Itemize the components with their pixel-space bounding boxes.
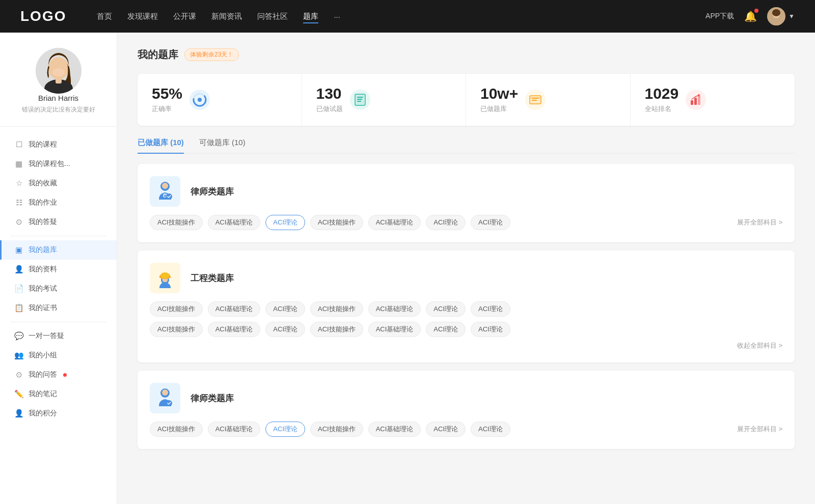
tag-item[interactable]: ACI理论 xyxy=(426,322,466,337)
nav-home[interactable]: 首页 xyxy=(97,10,112,23)
menu-my-qbank[interactable]: ▣ 我的题库 xyxy=(0,240,117,260)
packages-icon: ▦ xyxy=(14,159,23,169)
done-b-icon xyxy=(525,90,546,110)
tag-item[interactable]: ACI技能操作 xyxy=(310,422,363,437)
trial-badge: 体验剩余23天！ xyxy=(184,48,239,61)
tag-item[interactable]: ACI理论 xyxy=(471,301,510,317)
stat-done-banks: 10w+ 已做题库 xyxy=(466,74,631,126)
done-q-value: 130 xyxy=(316,86,343,101)
tag-item[interactable]: ACI技能操作 xyxy=(310,322,363,337)
menu-my-group[interactable]: 👥 我的小组 xyxy=(0,346,117,365)
tag-item[interactable]: ACI基础理论 xyxy=(368,215,421,230)
tag-item[interactable]: ACI理论 xyxy=(426,301,466,317)
menu-my-courses[interactable]: ☐ 我的课程 xyxy=(0,135,117,154)
tag-item[interactable]: ACI技能操作 xyxy=(310,301,363,317)
tag-item-active[interactable]: ACI理论 xyxy=(265,215,305,230)
tag-item-active[interactable]: ACI理论 xyxy=(265,422,305,437)
qbank-tags-lawyer2: ACI技能操作 ACI基础理论 ACI理论 ACI技能操作 ACI基础理论 AC… xyxy=(150,422,782,437)
tag-item[interactable]: ACI基础理论 xyxy=(208,301,261,317)
nav-qbank[interactable]: 题库 xyxy=(303,10,318,23)
homework-icon: ☷ xyxy=(14,198,23,207)
menu-course-packages[interactable]: ▦ 我的课程包... xyxy=(0,154,117,174)
menu-my-notes[interactable]: ✏️ 我的笔记 xyxy=(0,384,117,404)
qbank-icon-engineer xyxy=(150,263,180,293)
profile-motto: 错误的决定比没有决定要好 xyxy=(22,105,95,114)
rank-value: 1029 xyxy=(645,86,679,101)
notification-icon[interactable]: 🔔 xyxy=(744,10,757,22)
stat-site-rank: 1029 全站排名 xyxy=(631,74,795,126)
qbank-tags-engineer-row1: ACI技能操作 ACI基础理论 ACI理论 ACI技能操作 ACI基础理论 AC… xyxy=(150,301,782,317)
menu-homework[interactable]: ☷ 我的作业 xyxy=(0,193,117,212)
logo[interactable]: LOGO xyxy=(20,8,66,24)
nav-more[interactable]: ··· xyxy=(334,10,340,23)
header-right: APP下载 🔔 ▼ xyxy=(705,7,795,25)
svg-rect-16 xyxy=(357,101,361,102)
tag-item[interactable]: ACI理论 xyxy=(426,215,466,230)
tag-item[interactable]: ACI基础理论 xyxy=(208,422,261,437)
qbank-tags-lawyer1: ACI技能操作 ACI基础理论 ACI理论 ACI技能操作 ACI基础理论 AC… xyxy=(150,215,782,230)
collapse-link-engineer[interactable]: 收起全部科目 > xyxy=(150,341,782,350)
rank-icon xyxy=(686,90,706,110)
svg-rect-23 xyxy=(694,98,697,105)
user-avatar-container[interactable]: ▼ xyxy=(767,7,795,25)
expand-link-lawyer1[interactable]: 展开全部科目 > xyxy=(737,218,782,227)
main-layout: Brian Harris 错误的决定比没有决定要好 ☐ 我的课程 ▦ 我的课程包… xyxy=(0,33,815,504)
accuracy-label: 正确率 xyxy=(152,104,182,114)
avatar-dropdown-arrow: ▼ xyxy=(789,13,795,20)
tag-item[interactable]: ACI理论 xyxy=(265,322,305,337)
done-b-label: 已做题库 xyxy=(480,104,518,114)
qa-icon: ⊙ xyxy=(14,217,23,227)
tag-item[interactable]: ACI技能操作 xyxy=(150,322,203,337)
menu-my-qa[interactable]: ⊙ 我的答疑 xyxy=(0,212,117,232)
tag-item[interactable]: ACI技能操作 xyxy=(310,215,363,230)
profile-name: Brian Harris xyxy=(38,94,78,102)
tag-item[interactable]: ACI理论 xyxy=(265,301,305,317)
menu-my-profile[interactable]: 👤 我的资料 xyxy=(0,260,117,279)
tag-item[interactable]: ACI技能操作 xyxy=(150,301,203,317)
qbank-card-lawyer2: 律师类题库 ACI技能操作 ACI基础理论 ACI理论 ACI技能操作 ACI基… xyxy=(138,371,795,449)
menu-my-questions[interactable]: ⊙ 我的问答 xyxy=(0,365,117,384)
tag-item[interactable]: ACI理论 xyxy=(426,422,466,437)
expand-link-lawyer2[interactable]: 展开全部科目 > xyxy=(737,425,782,434)
accuracy-icon xyxy=(189,90,210,110)
stat-done-questions: 130 已做试题 xyxy=(302,74,467,126)
nav-opencourse[interactable]: 公开课 xyxy=(173,10,196,23)
menu-divider-2 xyxy=(10,322,106,322)
header: LOGO 首页 发现课程 公开课 新闻资讯 问答社区 题库 ··· APP下载 … xyxy=(0,0,815,33)
menu-favorites[interactable]: ☆ 我的收藏 xyxy=(0,174,117,193)
sidebar-menu: ☐ 我的课程 ▦ 我的课程包... ☆ 我的收藏 ☷ 我的作业 ⊙ 我的答疑 ▣ xyxy=(0,127,117,431)
nav-news[interactable]: 新闻资讯 xyxy=(211,10,242,23)
svg-rect-7 xyxy=(56,77,62,83)
tag-item[interactable]: ACI理论 xyxy=(471,215,510,230)
nav-qa[interactable]: 问答社区 xyxy=(257,10,288,23)
tab-available-banks[interactable]: 可做题库 (10) xyxy=(199,138,246,153)
menu-my-certificates[interactable]: 📋 我的证书 xyxy=(0,298,117,318)
nav-discover[interactable]: 发现课程 xyxy=(127,10,158,23)
svg-point-8 xyxy=(52,68,65,76)
menu-1on1[interactable]: 💬 一对一答疑 xyxy=(0,326,117,346)
menu-my-exams[interactable]: 📄 我的考试 xyxy=(0,279,117,298)
tag-item[interactable]: ACI理论 xyxy=(471,322,510,337)
svg-point-27 xyxy=(162,183,168,189)
tag-item[interactable]: ACI技能操作 xyxy=(150,215,203,230)
tab-done-banks[interactable]: 已做题库 (10) xyxy=(138,138,184,153)
tag-item[interactable]: ACI基础理论 xyxy=(368,301,421,317)
svg-rect-20 xyxy=(532,100,537,101)
svg-point-36 xyxy=(162,389,168,396)
tag-item[interactable]: ACI基础理论 xyxy=(208,215,261,230)
done-b-value: 10w+ xyxy=(480,86,518,101)
tag-item[interactable]: ACI基础理论 xyxy=(208,322,261,337)
qbank-card-lawyer1: 律师类题库 ACI技能操作 ACI基础理论 ACI理论 ACI技能操作 ACI基… xyxy=(138,164,795,242)
menu-my-points[interactable]: 👤 我的积分 xyxy=(0,404,117,423)
svg-rect-22 xyxy=(691,100,693,105)
tag-item[interactable]: ACI基础理论 xyxy=(368,322,421,337)
tag-item[interactable]: ACI理论 xyxy=(471,422,510,437)
qbank-card-engineer: 工程类题库 ACI技能操作 ACI基础理论 ACI理论 ACI技能操作 ACI基… xyxy=(138,250,795,362)
svg-rect-21 xyxy=(530,97,541,98)
tag-item[interactable]: ACI基础理论 xyxy=(368,422,421,437)
avatar xyxy=(767,7,785,25)
app-download-link[interactable]: APP下载 xyxy=(705,12,734,21)
main-nav: 首页 发现课程 公开课 新闻资讯 问答社区 题库 ··· xyxy=(97,10,705,23)
tag-item[interactable]: ACI技能操作 xyxy=(150,422,203,437)
questions-icon: ⊙ xyxy=(14,370,23,379)
